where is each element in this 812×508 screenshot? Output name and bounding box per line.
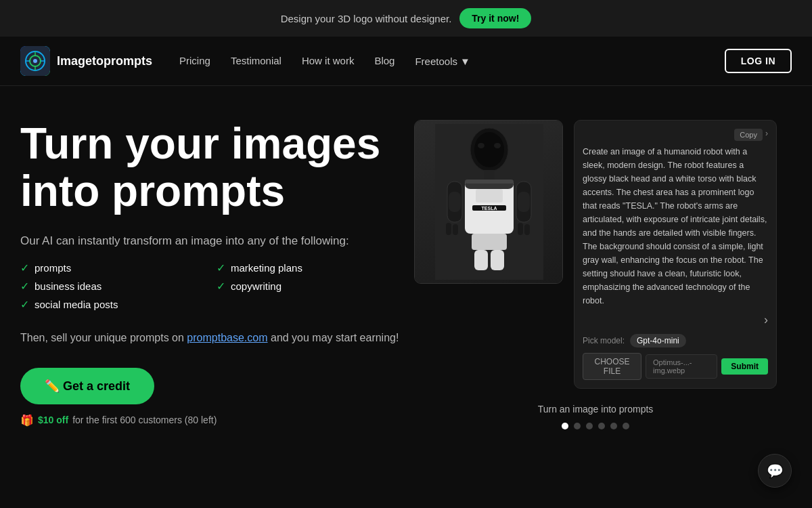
svg-point-3 [33,59,37,63]
prompt-panel-top: Copy › [583,129,768,141]
discount-amount: $10 off [38,415,68,425]
carousel-dot-4[interactable] [598,423,605,429]
copy-arrow: › [765,129,768,141]
features-grid: ✓ prompts ✓ marketing plans ✓ business i… [20,261,399,311]
hero-section: Turn your images into prompts Our AI can… [0,86,812,443]
discount-row: 🎁 $10 off for the first 600 customers (8… [20,414,399,427]
carousel-dot-5[interactable] [610,423,617,429]
svg-rect-23 [518,192,530,212]
carousel-dot-1[interactable] [562,423,568,429]
file-name-label: Optimus-...-img.webp [646,354,717,379]
carousel-dot-6[interactable] [623,423,629,429]
carousel-dots [538,423,654,429]
svg-rect-16 [465,179,514,184]
nav-testimonial[interactable]: Testimonial [231,55,281,66]
model-row: Pick model: Gpt-4o-mini [583,334,768,347]
nav-how-it-work[interactable]: How it work [302,55,355,66]
nav-freetools[interactable]: Freetools ▼ [415,56,470,67]
try-now-button[interactable]: Try it now! [459,8,531,28]
svg-rect-29 [474,250,488,270]
chat-icon: 💬 [767,463,784,479]
hero-title: Turn your images into prompts [20,120,399,215]
prompt-text: Create an image of a humanoid robot with… [583,145,768,308]
feature-social: ✓ social media posts [20,298,203,311]
svg-point-12 [494,143,501,148]
top-banner: Design your 3D logo without designer. Tr… [0,0,812,37]
chevron-down-icon: ▼ [460,56,470,67]
svg-rect-24 [446,223,451,235]
logo-area[interactable]: Imagetoprompts [20,46,152,76]
discount-suffix: for the first 600 customers (80 left) [72,415,217,425]
demo-bottom: Turn an image into prompts [538,398,654,429]
feature-prompts: ✓ prompts [20,261,203,274]
svg-rect-28 [472,234,507,250]
prompt-panel: Copy › Create an image of a humanoid rob… [574,120,777,389]
banner-text: Design your 3D logo without designer. [281,13,452,24]
svg-point-10 [474,132,504,167]
svg-rect-21 [449,192,461,212]
svg-rect-26 [518,223,523,235]
model-badge[interactable]: Gpt-4o-mini [630,334,686,347]
nav-blog[interactable]: Blog [374,55,394,66]
nav-links: Pricing Testimonial How it work Blog Fre… [179,55,698,67]
check-icon: ✓ [20,298,29,311]
robot-visual: TESLA [415,121,563,283]
svg-text:TESLA: TESLA [482,206,497,211]
controls-row: Pick model: Gpt-4o-mini CHOOSE FILE Opti… [583,334,768,380]
image-panel: TESLA [414,120,563,284]
feature-marketing: ✓ marketing plans [217,261,399,274]
check-icon: ✓ [217,261,225,274]
check-icon: ✓ [217,280,225,293]
feature-copywriting: ✓ copywriting [217,280,399,293]
svg-rect-25 [453,224,458,235]
logo-image [20,46,50,76]
hero-left: Turn your images into prompts Our AI can… [20,113,399,429]
copy-button[interactable]: Copy [734,129,763,141]
nav-pricing[interactable]: Pricing [179,55,210,66]
demo-label: Turn an image into prompts [538,404,654,415]
hero-subtitle: Our AI can instantly transform an image … [20,234,399,248]
hero-right: TESLA [399,113,792,429]
login-button[interactable]: LOG IN [725,49,792,73]
earn-text: Then, sell your unique prompts on prompt… [20,330,399,346]
model-label: Pick model: [583,336,625,345]
svg-rect-19 [476,189,503,203]
get-credit-button[interactable]: ✏️ Get a credit [20,368,154,404]
gift-icon: 🎁 [20,414,34,427]
svg-rect-13 [484,170,495,179]
svg-point-11 [478,143,484,148]
check-icon: ✓ [20,261,29,274]
carousel-dot-2[interactable] [574,423,581,429]
svg-rect-27 [524,224,530,235]
promptbase-link[interactable]: promptbase.com [187,332,267,343]
feature-business: ✓ business ideas [20,280,203,293]
nav-arrow-icon[interactable]: › [764,313,768,326]
demo-wrapper: TESLA [414,120,777,389]
actions-row: CHOOSE FILE Optimus-...-img.webp Submit [583,353,768,380]
navbar: Imagetoprompts Pricing Testimonial How i… [0,37,812,86]
freetools-label: Freetools [415,56,457,67]
choose-file-button[interactable]: CHOOSE FILE [583,353,641,380]
logo-name: Imagetoprompts [57,54,152,68]
chat-bubble[interactable]: 💬 [758,454,792,488]
submit-button[interactable]: Submit [721,358,768,375]
check-icon: ✓ [20,280,29,293]
carousel-dot-3[interactable] [586,423,593,429]
svg-rect-30 [491,250,504,270]
